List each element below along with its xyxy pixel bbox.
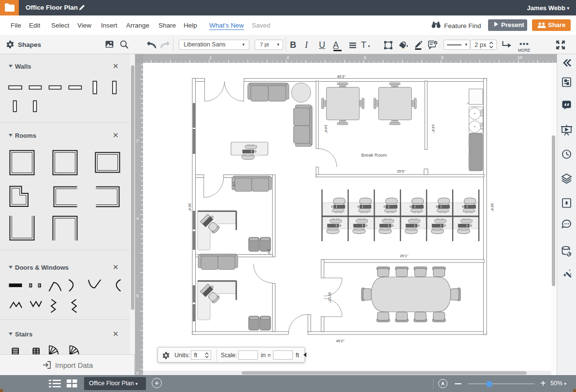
svg-text:25'5": 25'5" <box>397 169 405 174</box>
svg-text:39'4": 39'4" <box>187 203 192 211</box>
svg-text:Break Room: Break Room <box>361 152 387 157</box>
svg-text:10'10": 10'10" <box>328 291 332 302</box>
svg-text:45'3": 45'3" <box>337 74 346 78</box>
svg-text:45'2": 45'2" <box>336 339 345 343</box>
svg-text:14'4": 14'4" <box>431 124 435 132</box>
svg-text:39'4": 39'4" <box>490 203 494 211</box>
svg-text:2'4": 2'4" <box>267 249 271 255</box>
svg-text:14'4": 14'4" <box>324 124 328 133</box>
svg-text:25'1": 25'1" <box>400 254 408 258</box>
svg-text:1'4": 1'4" <box>232 182 235 187</box>
